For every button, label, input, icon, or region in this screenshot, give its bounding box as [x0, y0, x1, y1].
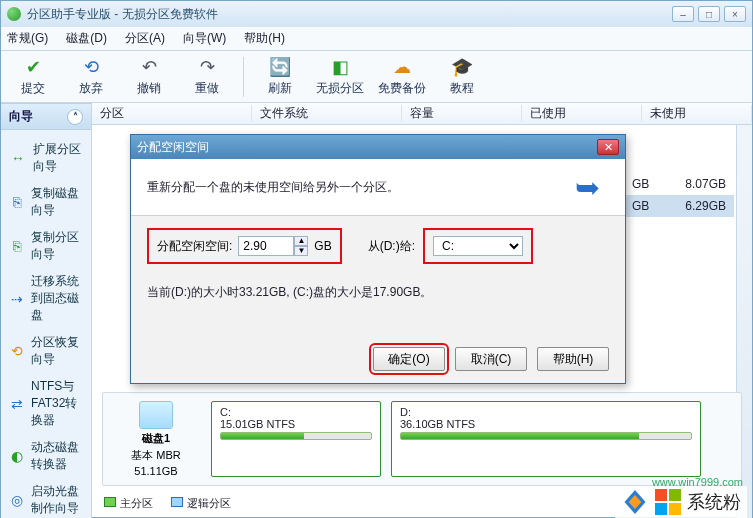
watermark-text: 系统粉	[687, 490, 741, 514]
chevron-up-icon: ˄	[67, 109, 83, 125]
legend-primary: 主分区	[104, 496, 153, 511]
col-free[interactable]: 未使用	[642, 105, 752, 122]
toolbar-separator	[243, 57, 244, 97]
minimize-button[interactable]: –	[672, 6, 694, 22]
target-group: C:	[423, 228, 533, 264]
redo-icon: ↷	[194, 56, 220, 78]
titlebar: 分区助手专业版 - 无损分区免费软件 – □ ×	[1, 1, 752, 27]
dialog-buttons: 确定(O) 取消(C) 帮助(H)	[373, 347, 609, 371]
sidebar: 向导 ˄ ↔扩展分区向导⎘复制磁盘向导⎘复制分区向导⇢迁移系统到固态磁盘⟲分区恢…	[1, 103, 92, 518]
wizard-panel-head[interactable]: 向导 ˄	[1, 103, 91, 130]
item-label: 启动光盘制作向导	[31, 483, 81, 517]
item-icon: ⇄	[11, 395, 23, 413]
allocate-dialog: 分配空闲空间 ✕ 重新分配一个盘的未使用空间给另外一个分区。 ➥ 分配空闲空间:…	[130, 134, 626, 384]
partition-icon: ◧	[327, 56, 353, 78]
alloc-label: 分配空闲空间:	[157, 238, 232, 255]
wizard-item-2[interactable]: ⎘复制分区向导	[5, 224, 87, 268]
alloc-unit: GB	[314, 239, 331, 253]
table-row[interactable]: GB 8.07GB	[624, 173, 734, 195]
backup-icon: ☁	[389, 56, 415, 78]
watermark-logo-icon	[621, 488, 649, 516]
window-buttons: – □ ×	[672, 6, 746, 22]
item-label: NTFS与FAT32转换器	[31, 378, 81, 429]
partition-d[interactable]: D: 36.10GB NTFS	[391, 401, 701, 477]
item-icon: ⇢	[11, 290, 23, 308]
wizard-item-5[interactable]: ⇄NTFS与FAT32转换器	[5, 373, 87, 434]
disk-bar: 磁盘1 基本 MBR 51.11GB C: 15.01GB NTFS D: 36…	[102, 392, 742, 486]
from-label: 从(D:)给:	[368, 238, 415, 255]
close-button[interactable]: ×	[724, 6, 746, 22]
dialog-titlebar[interactable]: 分配空闲空间 ✕	[131, 135, 625, 159]
redo-button[interactable]: ↷重做	[185, 56, 229, 97]
table-row[interactable]: GB 6.29GB	[624, 195, 734, 217]
dialog-close-button[interactable]: ✕	[597, 139, 619, 155]
refresh-button[interactable]: 🔄刷新	[258, 56, 302, 97]
alloc-input[interactable]	[238, 236, 294, 256]
spin-up[interactable]: ▲	[294, 236, 308, 246]
watermark: 系统粉	[615, 486, 747, 518]
tutorial-icon: 🎓	[449, 56, 475, 78]
partition-c[interactable]: C: 15.01GB NTFS	[211, 401, 381, 477]
item-label: 扩展分区向导	[33, 141, 81, 175]
spin-down[interactable]: ▼	[294, 246, 308, 256]
col-partition[interactable]: 分区	[92, 105, 252, 122]
ms-logo-icon	[655, 489, 681, 515]
wizard-panel-body: ↔扩展分区向导⎘复制磁盘向导⎘复制分区向导⇢迁移系统到固态磁盘⟲分区恢复向导⇄N…	[1, 130, 91, 518]
item-icon: ⟲	[11, 342, 23, 360]
dialog-header: 重新分配一个盘的未使用空间给另外一个分区。 ➥	[131, 159, 625, 216]
dialog-row: 分配空闲空间: ▲ ▼ GB 从(D:)给: C:	[131, 216, 625, 276]
item-icon: ⎘	[11, 237, 23, 255]
share-icon: ➥	[565, 169, 609, 205]
table-header: 分区 文件系统 容量 已使用 未使用	[92, 103, 752, 125]
item-icon: ⎘	[11, 193, 23, 211]
wizard-item-7[interactable]: ◎启动光盘制作向导	[5, 478, 87, 518]
menu-wizard[interactable]: 向导(W)	[183, 30, 226, 47]
wizard-item-0[interactable]: ↔扩展分区向导	[5, 136, 87, 180]
undo-icon: ↶	[136, 56, 162, 78]
item-label: 分区恢复向导	[31, 334, 81, 368]
cancel-button[interactable]: 取消(C)	[455, 347, 527, 371]
wizard-item-1[interactable]: ⎘复制磁盘向导	[5, 180, 87, 224]
refresh-icon: 🔄	[267, 56, 293, 78]
discard-button[interactable]: ⟲放弃	[69, 56, 113, 97]
item-icon: ◎	[11, 491, 23, 509]
app-icon	[7, 7, 21, 21]
tutorial-button[interactable]: 🎓教程	[440, 56, 484, 97]
disk-icon	[139, 401, 173, 429]
dialog-desc: 重新分配一个盘的未使用空间给另外一个分区。	[147, 179, 555, 196]
col-filesystem[interactable]: 文件系统	[252, 105, 402, 122]
window-title: 分区助手专业版 - 无损分区免费软件	[27, 6, 672, 23]
toolbar: ✔提交 ⟲放弃 ↶撤销 ↷重做 🔄刷新 ◧无损分区 ☁免费备份 🎓教程	[1, 51, 752, 103]
undo-button[interactable]: ↶撤销	[127, 56, 171, 97]
menu-disk[interactable]: 磁盘(D)	[66, 30, 107, 47]
menu-partition[interactable]: 分区(A)	[125, 30, 165, 47]
item-label: 复制磁盘向导	[31, 185, 81, 219]
check-icon: ✔	[20, 56, 46, 78]
disk-info[interactable]: 磁盘1 基本 MBR 51.11GB	[111, 401, 201, 477]
lossless-button[interactable]: ◧无损分区	[316, 56, 364, 97]
commit-button[interactable]: ✔提交	[11, 56, 55, 97]
wizard-item-4[interactable]: ⟲分区恢复向导	[5, 329, 87, 373]
discard-icon: ⟲	[78, 56, 104, 78]
col-capacity[interactable]: 容量	[402, 105, 522, 122]
item-icon: ◐	[11, 447, 23, 465]
item-icon: ↔	[11, 149, 25, 167]
alloc-spinner: ▲ ▼	[238, 236, 308, 256]
legend-logical: 逻辑分区	[171, 496, 231, 511]
maximize-button[interactable]: □	[698, 6, 720, 22]
help-button[interactable]: 帮助(H)	[537, 347, 609, 371]
col-used[interactable]: 已使用	[522, 105, 642, 122]
menu-help[interactable]: 帮助(H)	[244, 30, 285, 47]
ok-button[interactable]: 确定(O)	[373, 347, 445, 371]
alloc-group: 分配空闲空间: ▲ ▼ GB	[147, 228, 342, 264]
item-label: 动态磁盘转换器	[31, 439, 81, 473]
backup-button[interactable]: ☁免费备份	[378, 56, 426, 97]
dialog-title: 分配空闲空间	[137, 139, 597, 156]
dialog-status: 当前(D:)的大小时33.21GB, (C:)盘的大小是17.90GB。	[147, 284, 609, 301]
wizard-item-3[interactable]: ⇢迁移系统到固态磁盘	[5, 268, 87, 329]
menubar: 常规(G) 磁盘(D) 分区(A) 向导(W) 帮助(H)	[1, 27, 752, 51]
target-select[interactable]: C:	[433, 236, 523, 256]
menu-general[interactable]: 常规(G)	[7, 30, 48, 47]
wizard-item-6[interactable]: ◐动态磁盘转换器	[5, 434, 87, 478]
item-label: 复制分区向导	[31, 229, 81, 263]
